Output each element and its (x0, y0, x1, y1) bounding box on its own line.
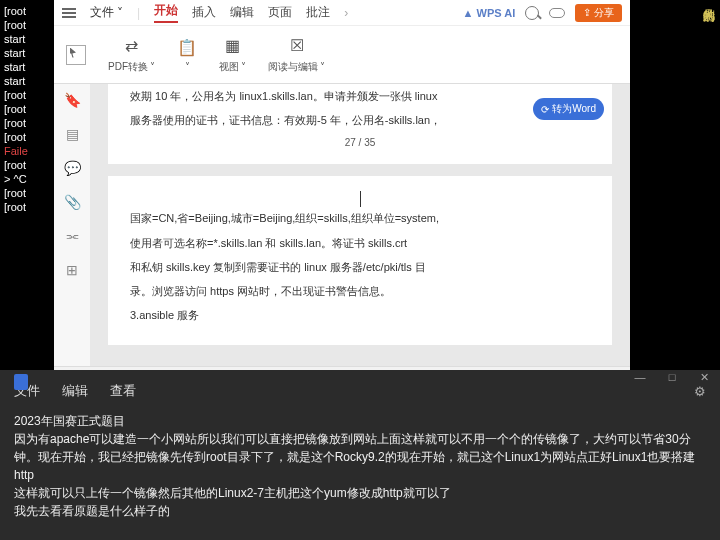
tab-comment[interactable]: 批注 (306, 4, 330, 21)
doc-page-1: 效期 10 年，公用名为 linux1.skills.lan。申请并颁发一张供 … (108, 84, 612, 164)
note-line: 因为有apache可以建造一个小网站所以我们可以直接把镜像放到网站上面这样就可以… (14, 430, 706, 484)
wps-window: 文件˅ | 开始 插入 编辑 页面 批注 › ▲ WPS AI ⇪ 分享 ⇄PD… (54, 0, 630, 392)
view-tool[interactable]: ▦视图˅ (219, 36, 246, 74)
attachment-icon[interactable]: 📎 (64, 194, 80, 210)
notes-menu: 义件 编辑 查看 ⚙ (0, 370, 720, 408)
notes-body[interactable]: 2023年国赛正式题目 因为有apache可以建造一个小网站所以我们可以直接把镜… (0, 408, 720, 524)
cloud-icon[interactable] (549, 8, 565, 18)
cursor-icon (66, 45, 86, 65)
tab-edit[interactable]: 编辑 (230, 4, 254, 21)
convert-word-button[interactable]: ⟳转为Word (533, 98, 604, 120)
menu-view[interactable]: 查看 (110, 382, 136, 400)
read-edit-tool[interactable]: ☒阅读与编辑˅ (268, 36, 325, 74)
notes-app-icon[interactable] (14, 374, 28, 390)
clipboard-icon: 📋 (177, 37, 197, 57)
doc-page-2: 国家=CN,省=Beijing,城市=Beijing,组织=skills,组织单… (108, 176, 612, 345)
tab-page[interactable]: 页面 (268, 4, 292, 21)
grid-icon: ▦ (223, 36, 243, 56)
bookmark-icon[interactable]: 🔖 (64, 92, 80, 108)
window-controls: — □ ✕ (624, 366, 720, 388)
cursor-tool[interactable] (66, 45, 86, 65)
share-button[interactable]: ⇪ 分享 (575, 4, 622, 22)
pdf-icon: ⇄ (122, 36, 142, 56)
maximize-icon[interactable]: □ (656, 366, 688, 388)
pdf-convert[interactable]: ⇄PDF转换˅ (108, 36, 155, 74)
menu-icon[interactable] (62, 8, 76, 18)
close-icon[interactable]: ✕ (688, 366, 720, 388)
text-cursor (360, 191, 361, 207)
doc-text: 效期 10 年，公用名为 linux1.skills.lan。申请并颁发一张供 … (130, 84, 590, 108)
note-line: 我先去看看原题是什么样子的 (14, 502, 706, 520)
tab-start[interactable]: 开始 (154, 2, 178, 23)
apps-icon[interactable]: ⊞ (64, 262, 80, 278)
doc-text: 国家=CN,省=Beijing,城市=Beijing,组织=skills,组织单… (130, 206, 590, 230)
tab-bar: 文件˅ | 开始 插入 编辑 页面 批注 › ▲ WPS AI ⇪ 分享 (54, 0, 630, 26)
thumbnail-icon[interactable]: ▤ (64, 126, 80, 142)
note-line: 2023年国赛正式题目 (14, 412, 706, 430)
tabs-more-icon[interactable]: › (344, 6, 348, 20)
clipboard-tool[interactable]: 📋˅ (177, 37, 197, 72)
link-icon[interactable]: ⫘ (64, 228, 80, 244)
tab-insert[interactable]: 插入 (192, 4, 216, 21)
text-icon: ☒ (287, 36, 307, 56)
doc-text: 3.ansible 服务 (130, 303, 590, 327)
search-icon[interactable] (525, 6, 539, 20)
menu-edit[interactable]: 编辑 (62, 382, 88, 400)
ribbon: ⇄PDF转换˅ 📋˅ ▦视图˅ ☒阅读与编辑˅ (54, 26, 630, 84)
doc-text: 录。浏览器访问 https 网站时，不出现证书警告信息。 (130, 279, 590, 303)
doc-text: 服务器使用的证书，证书信息：有效期-5 年，公用名-skills.lan， (130, 108, 590, 132)
file-menu[interactable]: 文件˅ (90, 4, 123, 21)
notes-panel: — □ ✕ 义件 编辑 查看 ⚙ 2023年国赛正式题目 因为有apache可以… (0, 370, 720, 540)
side-toolbar: 🔖 ▤ 💬 📎 ⫘ ⊞ (54, 84, 90, 366)
comment-icon[interactable]: 💬 (64, 160, 80, 176)
doc-text: 和私钥 skills.key 复制到需要证书的 linux 服务器/etc/pk… (130, 255, 590, 279)
doc-text: 使用者可选名称=*.skills.lan 和 skills.lan。将证书 sk… (130, 231, 590, 255)
wps-ai-button[interactable]: ▲ WPS AI (463, 7, 516, 19)
page-number: 27 / 35 (130, 132, 590, 154)
minimize-icon[interactable]: — (624, 366, 656, 388)
document-area[interactable]: ⟳转为Word 效期 10 年，公用名为 linux1.skills.lan。申… (90, 84, 630, 366)
note-line: 这样就可以只上传一个镜像然后其他的Linux2-7主机把这个yum修改成http… (14, 484, 706, 502)
